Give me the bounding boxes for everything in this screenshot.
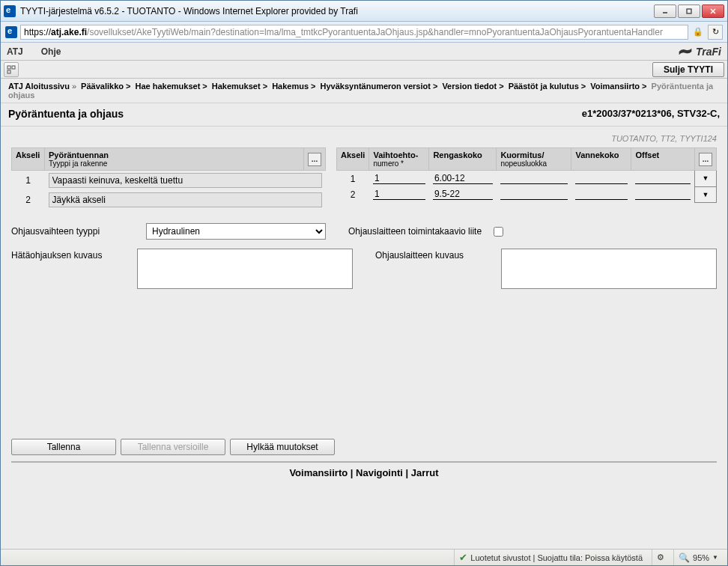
ohjauslaite-liite-label: Ohjauslaitteen toimintakaavio liite [348, 226, 482, 237]
ie-favicon [4, 5, 16, 17]
svg-rect-5 [12, 66, 15, 69]
off-2[interactable] [635, 189, 691, 200]
bc-2[interactable]: Hae hakemukset [135, 82, 200, 91]
bc-3[interactable]: Hakemukset [212, 82, 261, 91]
chevron-down-icon[interactable]: ▼ [712, 554, 718, 561]
menu-atj[interactable]: ATJ [7, 46, 23, 57]
lookup-right-button[interactable]: … [699, 153, 712, 166]
vaihto-1[interactable] [373, 173, 425, 184]
hylkaa-muutokset-button[interactable]: Hylkää muutokset [230, 439, 335, 455]
th-vaihtoehto: Vaihtoehto-numero * [369, 148, 429, 171]
table-row: 1 ▼ [337, 171, 717, 187]
hataohjaus-textarea[interactable] [137, 249, 353, 289]
sulje-tyyti-button[interactable]: Sulje TYYTI [652, 62, 724, 77]
svg-rect-1 [687, 9, 691, 13]
ohjauslaite-textarea[interactable] [501, 249, 717, 289]
tyyppi-field-2[interactable] [49, 192, 322, 207]
row2-dropdown[interactable]: ▼ [695, 186, 717, 202]
window-title: TYYTI-järjestelmä v6.5.2 - TUOTANTO - Wi… [20, 6, 654, 16]
tallenna-button[interactable]: Tallenna [11, 439, 116, 455]
th-vannekoko: Vannekoko [571, 148, 631, 171]
rengas-2[interactable] [433, 189, 493, 200]
th-pyorantuennan: Pyöräntuennan Tyyppi ja rakenne [45, 148, 304, 171]
breadcrumb: ATJ Aloitussivu» Päävalikko> Hae hakemuk… [1, 79, 727, 103]
brand-logo: TraFi [678, 46, 721, 58]
content-area: TUOTANTO, TT2, TYYTI124 Akseli Pyöräntue… [1, 127, 727, 549]
ohjauslaite-liite-checkbox[interactable] [494, 227, 503, 237]
footer-nav: Voimansiirto | Navigointi | Jarrut [11, 461, 717, 487]
rengas-table: Akseli Vaihtoehto-numero * Rengaskoko Ku… [336, 147, 717, 203]
kuorm-1[interactable] [500, 173, 568, 184]
button-row: Tallenna Tallenna versioille Hylkää muut… [11, 439, 717, 455]
ohjauslaite-label: Ohjauslaitteen kuvaus [375, 249, 495, 289]
lock-icon: 🔒 [691, 25, 705, 39]
address-bar: https://atj.ake.fi/sovellukset/AkeTyytiW… [1, 22, 727, 43]
ohjausvaihteen-tyyppi-label: Ohjausvaihteen tyyppi [11, 226, 139, 237]
url-field[interactable]: https://atj.ake.fi/sovellukset/AkeTyytiW… [20, 25, 688, 40]
row1-dropdown[interactable]: ▼ [695, 171, 717, 187]
ohjausvaihde-row: Ohjausvaihteen tyyppi Hydraulinen Ohjaus… [11, 223, 717, 240]
page-title: Pyöräntuenta ja ohjaus [8, 108, 124, 120]
refresh-button[interactable]: ↻ [708, 25, 723, 40]
bc-5[interactable]: Hyväksyntänumeron versiot [321, 82, 431, 91]
th-rengaskoko: Rengaskoko [429, 148, 497, 171]
page-reference: e1*2003/37*0213*06, STV32-C, [582, 108, 720, 120]
tool-row: Sulje TYYTI [1, 61, 727, 79]
page-header: Pyöräntuenta ja ohjaus e1*2003/37*0213*0… [1, 103, 727, 127]
th-offset: Offset [631, 148, 695, 171]
table-row: 2 ▼ [337, 186, 717, 202]
kuorm-2[interactable] [500, 189, 568, 200]
app-menu: ATJ Ohje TraFi [1, 43, 727, 61]
env-tag: TUOTANTO, TT2, TYYTI124 [11, 134, 717, 143]
rengas-1[interactable] [433, 173, 493, 184]
off-1[interactable] [635, 173, 691, 184]
vanne-1[interactable] [575, 173, 628, 184]
nav-voimansiirto[interactable]: Voimansiirto [289, 467, 348, 478]
magnifier-icon: 🔍 [679, 553, 690, 563]
lookup-left-button[interactable]: … [308, 153, 321, 166]
maximize-button[interactable] [678, 4, 700, 18]
check-icon: ✔ [459, 552, 467, 563]
vanne-2[interactable] [575, 189, 628, 200]
bc-6[interactable]: Version tiedot [442, 82, 497, 91]
bc-4[interactable]: Hakemus [272, 82, 309, 91]
trusted-sites: ✔ Luotetut sivustot | Suojattu tila: Poi… [454, 550, 647, 565]
svg-rect-6 [7, 70, 10, 73]
table-row: 1 [12, 171, 326, 191]
nav-navigointi[interactable]: Navigointi [356, 467, 403, 478]
status-icons[interactable]: ⚙ [652, 550, 669, 565]
tyyppi-field-1[interactable] [49, 173, 322, 188]
window-titlebar: TYYTI-järjestelmä v6.5.2 - TUOTANTO - Wi… [1, 1, 727, 22]
bc-1[interactable]: Päävalikko [81, 82, 124, 91]
tallenna-versioille-button: Tallenna versioille [121, 439, 225, 455]
hataohjaus-label: Hätäohjauksen kuvaus [11, 249, 131, 289]
table-row: 2 [12, 190, 326, 210]
th-akseli-r: Akseli [337, 148, 369, 171]
tree-toggle-button[interactable] [4, 62, 19, 77]
status-bar: ✔ Luotetut sivustot | Suojattu tila: Poi… [1, 549, 727, 565]
close-window-button[interactable] [702, 4, 724, 18]
vaihto-2[interactable] [373, 189, 425, 200]
ie-icon [5, 26, 17, 38]
th-kuormitus: Kuormitus/nopeusluokka [497, 148, 571, 171]
bc-0[interactable]: ATJ Aloitussivu [8, 82, 70, 91]
minimize-button[interactable] [654, 4, 676, 18]
zoom-control[interactable]: 🔍 95% ▼ [673, 550, 723, 565]
menu-ohje[interactable]: Ohje [41, 46, 61, 57]
pyorantuenta-table: Akseli Pyöräntuennan Tyyppi ja rakenne …… [11, 147, 326, 210]
bc-8[interactable]: Voimansiirto [590, 82, 640, 91]
nav-jarrut[interactable]: Jarrut [411, 467, 439, 478]
bc-7[interactable]: Päästöt ja kulutus [509, 82, 579, 91]
th-akseli: Akseli [12, 148, 45, 171]
svg-rect-4 [7, 66, 10, 69]
ohjausvaihteen-tyyppi-select[interactable]: Hydraulinen [146, 223, 326, 240]
